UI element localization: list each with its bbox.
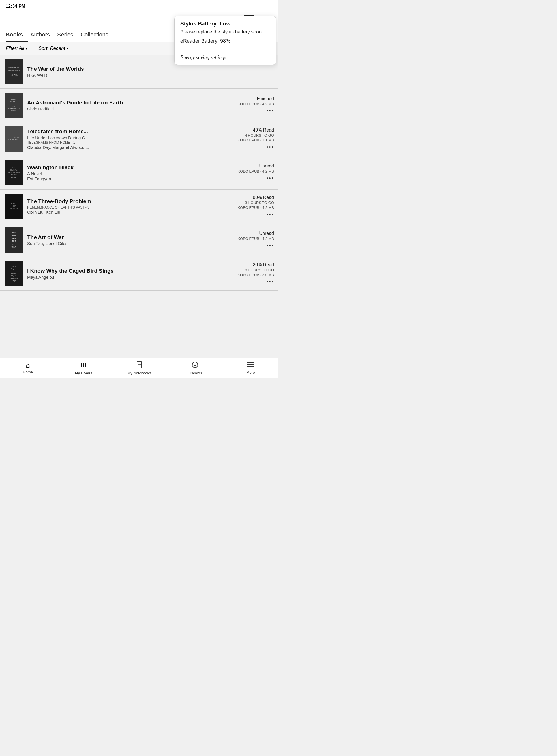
- list-item[interactable]: TELEGRAMSFROM HOME Telegrams from Home..…: [0, 122, 278, 156]
- filter-chevron-icon: ▾: [26, 47, 27, 50]
- mybooks-icon: [80, 361, 87, 370]
- book-meta: 80% Read 3 HOURS TO GO KOBO EPUB · 4.2 M…: [229, 195, 274, 218]
- book-status: 20% Read: [253, 262, 274, 267]
- book-status: Finished: [257, 96, 274, 101]
- book-author: Cixin Liu, Ken Liu: [27, 210, 225, 214]
- book-author: Sun Tzu, Lionel Giles: [27, 241, 225, 246]
- battery-popup-header: Stylus Battery: Low Please replace the s…: [175, 16, 276, 51]
- nav-item-notebooks[interactable]: My Notebooks: [112, 358, 167, 378]
- book-detail-size: KOBO EPUB · 4.2 MB: [237, 205, 274, 210]
- book-cover-astronaut: CHRISHADFIELDANASTRONAUT'SGUIDE: [4, 92, 23, 118]
- sort-dropdown[interactable]: Sort: Recent ▾: [38, 46, 68, 51]
- battery-popup-title: Stylus Battery: Low: [180, 21, 270, 27]
- book-meta: 40% Read 4 HOURS TO GO KOBO EPUB · 1.1 M…: [229, 128, 274, 151]
- battery-popup: Stylus Battery: Low Please replace the s…: [174, 16, 276, 65]
- more-options-button[interactable]: •••: [266, 175, 274, 182]
- book-info: Washington Black A Novel Esi Edugyan: [27, 164, 225, 181]
- filter-dropdown[interactable]: Filter: All ▾: [6, 46, 27, 51]
- book-subtitle: A Novel: [27, 171, 225, 176]
- discover-icon: [191, 361, 199, 370]
- book-status: Unread: [259, 231, 274, 236]
- book-detail: KOBO EPUB · 4.2 MB: [237, 169, 274, 174]
- list-item[interactable]: ESIEDUGYANWASHINGTONBLACKA NOVEL Washing…: [0, 156, 278, 189]
- tab-collections[interactable]: Collections: [81, 29, 114, 41]
- book-info: The Three-Body Problem REMEMBRANCE OF EA…: [27, 198, 225, 215]
- book-series: REMEMBRANCE OF EARTH'S PAST - 3: [27, 205, 225, 209]
- nav-item-home[interactable]: ⌂ Home: [0, 358, 56, 378]
- list-item[interactable]: CHRISHADFIELDANASTRONAUT'SGUIDE An Astro…: [0, 89, 278, 122]
- book-author: Maya Angelou: [27, 275, 225, 279]
- svg-rect-4: [85, 363, 86, 367]
- more-options-button[interactable]: •••: [266, 279, 274, 285]
- more-options-button[interactable]: •••: [266, 211, 274, 218]
- book-cover-threebody: THREEBODYPROBLEM: [4, 193, 23, 219]
- book-info: I Know Why the Caged Bird Sings Maya Ang…: [27, 268, 225, 280]
- book-title: Telegrams from Home...: [27, 128, 225, 135]
- nav-label-discover: Discover: [188, 371, 202, 375]
- svg-rect-3: [83, 363, 84, 367]
- tab-books[interactable]: Books: [6, 29, 28, 41]
- nav-label-home: Home: [23, 370, 33, 374]
- book-detail: 3 HOURS TO GO: [245, 201, 274, 205]
- status-time: 12:34 PM: [6, 4, 25, 9]
- book-detail: KOBO EPUB · 4.2 MB: [237, 237, 274, 241]
- book-title: The Three-Body Problem: [27, 198, 225, 205]
- book-detail: 8 HOURS TO GO: [245, 268, 274, 272]
- book-detail-size: KOBO EPUB · 1.1 MB: [237, 138, 274, 142]
- book-meta: Finished KOBO EPUB · 4.2 MB •••: [229, 96, 274, 114]
- home-icon: ⌂: [26, 362, 30, 369]
- more-icon: [247, 362, 255, 369]
- battery-popup-level: eReader Battery: 98%: [180, 38, 270, 49]
- book-detail: KOBO EPUB · 4.2 MB: [237, 102, 274, 106]
- book-info: An Astronaut's Guide to Life on Earth Ch…: [27, 99, 225, 112]
- book-status: Unread: [259, 163, 274, 169]
- list-item[interactable]: SUNTZUTHEARTOFWAR The Art of War Sun Tzu…: [0, 223, 278, 257]
- book-meta: Unread KOBO EPUB · 4.2 MB •••: [229, 163, 274, 182]
- nav-item-mybooks[interactable]: My Books: [56, 358, 112, 378]
- book-detail: 4 HOURS TO GO: [245, 133, 274, 138]
- svg-point-9: [194, 364, 196, 366]
- nav-label-mybooks: My Books: [75, 371, 92, 375]
- book-author: H.G. Wells: [27, 73, 225, 78]
- book-detail-size: KOBO EPUB · 3.0 MB: [237, 273, 274, 277]
- book-cover-artofwar: SUNTZUTHEARTOFWAR: [4, 227, 23, 253]
- more-options-button[interactable]: •••: [266, 108, 274, 114]
- book-author: Chris Hadfield: [27, 107, 225, 111]
- book-title: I Know Why the Caged Bird Sings: [27, 268, 225, 275]
- book-title: The Art of War: [27, 234, 225, 241]
- book-meta: 20% Read 8 HOURS TO GO KOBO EPUB · 3.0 M…: [229, 262, 274, 285]
- book-cover-war-worlds: THE WAR OFTHE WORLDSH.G. Wells: [4, 59, 23, 84]
- book-cover-caged: MayaAngelouI KnowWhy theCaged BirdSings: [4, 261, 23, 286]
- book-cover-washington: ESIEDUGYANWASHINGTONBLACKA NOVEL: [4, 160, 23, 185]
- nav-item-discover[interactable]: Discover: [167, 358, 223, 378]
- status-bar: 12:34 PM: [0, 0, 278, 12]
- energy-settings-link[interactable]: Energy saving settings: [175, 51, 276, 64]
- nav-label-more: More: [246, 370, 255, 374]
- more-options-button[interactable]: •••: [266, 144, 274, 151]
- sort-chevron-icon: ▾: [66, 47, 68, 50]
- book-info: The Art of War Sun Tzu, Lionel Giles: [27, 234, 225, 246]
- book-list: THE WAR OFTHE WORLDSH.G. Wells The War o…: [0, 55, 278, 358]
- book-info: Telegrams from Home... Life Under Lockdo…: [27, 128, 225, 150]
- list-item[interactable]: MayaAngelouI KnowWhy theCaged BirdSings …: [0, 257, 278, 291]
- battery-popup-desc: Please replace the stylus battery soon.: [180, 29, 270, 35]
- book-title: An Astronaut's Guide to Life on Earth: [27, 99, 225, 107]
- book-cover-telegrams: TELEGRAMSFROM HOME: [4, 126, 23, 152]
- nav-item-more[interactable]: More: [223, 358, 278, 378]
- book-author: Esi Edugyan: [27, 176, 225, 181]
- notebooks-icon: [136, 361, 143, 370]
- book-info: The War of the Worlds H.G. Wells: [27, 66, 225, 78]
- book-title: Washington Black: [27, 164, 225, 171]
- book-meta: Unread KOBO EPUB · 4.2 MB •••: [229, 231, 274, 249]
- book-status: 80% Read: [253, 195, 274, 200]
- list-item[interactable]: THREEBODYPROBLEM The Three-Body Problem …: [0, 189, 278, 223]
- sort-label: Sort: Recent: [38, 46, 65, 51]
- book-title: The War of the Worlds: [27, 66, 225, 73]
- book-series: TELEGRAMS FROM HOME - 1: [27, 141, 225, 145]
- book-subtitle: Life Under Lockdown During C...: [27, 135, 225, 140]
- tab-series[interactable]: Series: [57, 29, 79, 41]
- filter-label: Filter: All: [6, 46, 24, 51]
- more-options-button[interactable]: •••: [266, 242, 274, 249]
- svg-rect-2: [81, 363, 82, 367]
- tab-authors[interactable]: Authors: [30, 29, 55, 41]
